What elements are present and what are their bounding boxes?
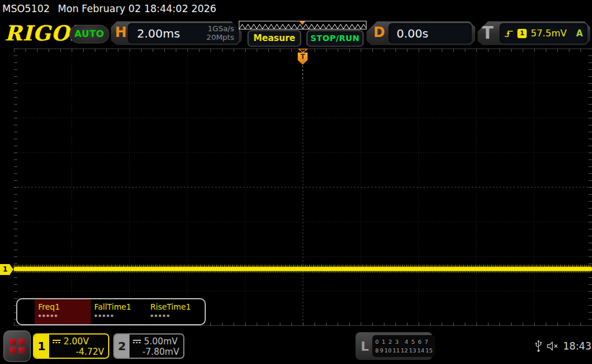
datetime-text: Mon February 02 18:44:02 2026: [58, 3, 216, 14]
red-square-icon: [10, 347, 16, 354]
trigger-position-dashed-line: [302, 65, 303, 79]
trigger-inset: 1 57.5mV A: [500, 23, 587, 43]
logic-channel-list: 0 1 2 3 4 5 6 7 8 9 10 11 12 13 14 15: [372, 335, 435, 357]
red-square-icon: [10, 339, 16, 345]
delay-control[interactable]: D 0.00s: [367, 21, 475, 45]
sample-rate: 1GSa/s: [206, 25, 234, 33]
function-navigator-button[interactable]: [3, 330, 31, 362]
logic-analyzer-block[interactable]: L 0 1 2 3 4 5 6 7 8 9 10 11 12 13 14 15: [356, 332, 432, 360]
measurement-item-falltime1[interactable]: FallTime1 *****: [91, 299, 147, 324]
acquisition-info: 1GSa/s 20Mpts: [206, 25, 239, 41]
clock: 18:43: [563, 340, 591, 352]
channel1-level-marker[interactable]: 1: [0, 264, 13, 275]
channel1-status-block[interactable]: 1 2.00V -4.72V: [33, 333, 109, 359]
memory-depth: 20Mpts: [206, 34, 234, 42]
titlebar: MSO5102Mon February 02 18:44:02 2026: [2, 3, 216, 14]
channel2-offset: -7.80mV: [133, 347, 179, 357]
measurement-item-freq1[interactable]: Freq1 *****: [35, 299, 91, 324]
trigger-source-badge: 1: [517, 29, 527, 38]
logic-channels-row2: 8 9 10 11 12 13 14 15: [375, 346, 432, 355]
horizontal-timebase-control[interactable]: H 2.00ms 1GSa/s 20Mpts: [111, 21, 242, 45]
measurement-label: RiseTime1: [150, 302, 199, 311]
channel1-offset: -4.72V: [53, 347, 104, 357]
graticule: [14, 49, 592, 326]
measurement-value: *****: [94, 313, 143, 321]
stop-run-button[interactable]: STOP/RUN: [306, 30, 364, 47]
measure-button[interactable]: Measure: [247, 30, 301, 47]
measurement-label: Freq1: [38, 302, 87, 311]
channel1-scale: 2.00V: [64, 336, 89, 347]
channel2-number-tab[interactable]: 2: [114, 335, 130, 358]
rising-edge-icon: [504, 29, 513, 38]
channel1-settings: 2.00V -4.72V: [49, 335, 108, 358]
red-square-icon: [18, 339, 25, 345]
trigger-position-caret-icon: [298, 49, 308, 53]
measurement-item-risetime1[interactable]: RiseTime1 *****: [147, 299, 203, 324]
delay-label: D: [373, 24, 385, 40]
channel1-waveform-trace: [14, 267, 592, 271]
model-name: MSO5102: [2, 3, 50, 14]
delay-inset: 0.00s: [388, 23, 472, 43]
measurement-value: *****: [150, 313, 199, 321]
measurement-label: FallTime1: [94, 302, 143, 311]
timebase-value: 2.00ms: [137, 27, 180, 40]
channel1-number-tab[interactable]: 1: [34, 335, 49, 358]
measurement-panel: Freq1 ***** FallTime1 ***** RiseTime1 **…: [16, 298, 206, 325]
trigger-control[interactable]: T 1 57.5mV A: [478, 21, 590, 45]
channel2-settings: 5.00mV -7.80mV: [130, 335, 183, 358]
logic-label: L: [357, 339, 372, 354]
channel2-scale: 5.00mV: [144, 336, 177, 347]
trigger-level-value: 57.5mV: [531, 28, 567, 39]
sound-muted-icon: [547, 341, 560, 351]
logic-channels-row1: 0 1 2 3 4 5 6 7: [375, 337, 432, 346]
grid-lines: [14, 49, 592, 326]
horizontal-label: H: [115, 24, 127, 40]
measurement-value: *****: [38, 313, 87, 321]
delay-value: 0.00s: [397, 27, 428, 40]
dc-coupling-icon: [133, 340, 141, 343]
overview-trigger-position-icon[interactable]: [299, 21, 305, 25]
oscilloscope-screen: MSO5102Mon February 02 18:44:02 2026 RIG…: [0, 0, 592, 364]
channel2-status-block[interactable]: 2 5.00mV -7.80mV: [113, 333, 184, 359]
trigger-sweep-mode: A: [576, 28, 583, 39]
trigger-status-badge: AUTO: [69, 25, 109, 43]
timebase-inset: 2.00ms 1GSa/s 20Mpts: [128, 23, 239, 43]
red-square-icon: [18, 347, 25, 354]
usb-icon: [535, 340, 542, 352]
dc-coupling-icon: [53, 340, 61, 343]
trigger-label: T: [482, 23, 493, 43]
